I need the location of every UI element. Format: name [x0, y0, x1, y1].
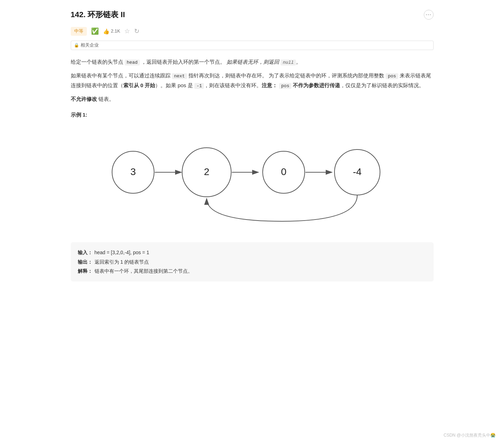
company-tag[interactable]: 🔒 相关企业 — [71, 41, 434, 50]
likes-count: 2.1K — [111, 28, 120, 35]
likes-row: 👍 2.1K — [103, 27, 120, 36]
input-value: head = [3,2,0,-4], pos = 1 — [95, 248, 149, 257]
head-code: head — [125, 60, 140, 65]
null-code: null — [281, 60, 296, 65]
tags-row: 中等 ✅ 👍 2.1K ☆ ↻ — [71, 26, 434, 36]
explain-line: 解释： 链表中有一个环，其尾部连接到第二个节点。 — [78, 266, 427, 276]
problem-title: 142. 环形链表 II — [71, 8, 125, 21]
check-icon: ✅ — [91, 26, 99, 36]
input-line: 输入： head = [3,2,0,-4], pos = 1 — [78, 248, 427, 257]
neg1-code: -1 — [194, 83, 204, 89]
linked-list-diagram: 3 2 0 -4 — [95, 123, 410, 235]
explain-label: 解释： — [78, 266, 92, 276]
code-block: 输入： head = [3,2,0,-4], pos = 1 输出： 返回索引为… — [71, 242, 434, 281]
pos-code: pos — [386, 73, 398, 79]
thumb-up-icon: 👍 — [103, 27, 110, 36]
header-row: 142. 环形链表 II ··· — [71, 8, 434, 21]
svg-text:3: 3 — [130, 166, 136, 177]
svg-text:-4: -4 — [353, 166, 361, 177]
lock-icon: 🔒 — [74, 42, 79, 49]
diagram-container: 3 2 0 -4 — [71, 123, 434, 235]
desc-p3: 不允许修改 链表。 — [71, 94, 434, 104]
company-label: 相关企业 — [81, 42, 99, 49]
example1-title: 示例 1: — [71, 111, 434, 119]
difficulty-badge: 中等 — [71, 27, 87, 36]
star-icon[interactable]: ☆ — [124, 26, 130, 36]
more-button[interactable]: ··· — [424, 10, 434, 20]
description: 给定一个链表的头节点 head ，返回链表开始入环的第一个节点。 如果链表无环，… — [71, 57, 434, 104]
refresh-icon[interactable]: ↻ — [134, 26, 139, 36]
input-label: 输入： — [78, 248, 92, 257]
pos2-code: pos — [279, 83, 291, 89]
page-container: 142. 环形链表 II ··· 中等 ✅ 👍 2.1K ☆ ↻ 🔒 相关企业 … — [60, 0, 445, 295]
explain-value: 链表中有一个环，其尾部连接到第二个节点。 — [95, 266, 193, 276]
svg-text:0: 0 — [281, 166, 286, 177]
desc-p1: 给定一个链表的头节点 head ，返回链表开始入环的第一个节点。 如果链表无环，… — [71, 57, 434, 67]
output-value: 返回索引为 1 的链表节点 — [95, 257, 149, 267]
desc-p2: 如果链表中有某个节点，可以通过连续跟踪 next 指针再次到达，则链表中存在环。… — [71, 71, 434, 90]
svg-text:2: 2 — [204, 166, 209, 177]
output-label: 输出： — [78, 257, 92, 267]
next-code: next — [172, 73, 187, 79]
output-line: 输出： 返回索引为 1 的链表节点 — [78, 257, 427, 267]
